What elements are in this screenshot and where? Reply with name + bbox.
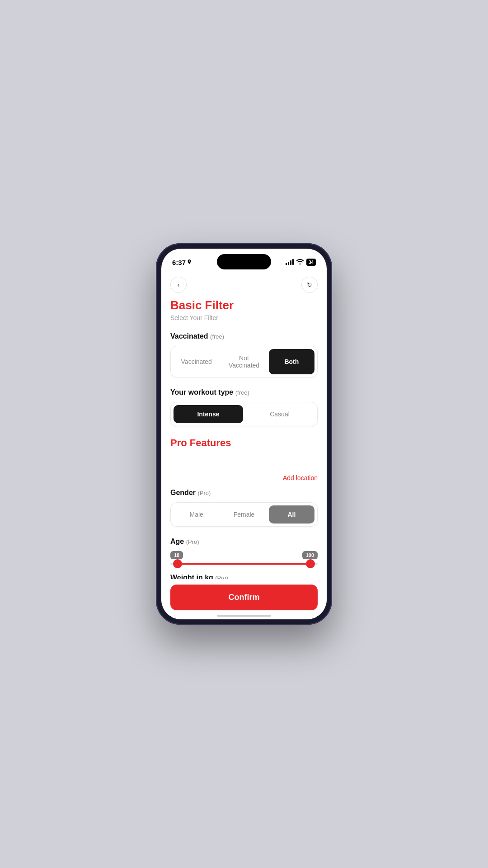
dynamic-island bbox=[217, 254, 271, 269]
gender-option-male[interactable]: Male bbox=[174, 505, 219, 524]
content-area: Basic Filter Select Your Filter Vaccinat… bbox=[161, 298, 327, 619]
vaccinated-label: Vaccinated (free) bbox=[170, 332, 318, 340]
pro-features-title: Pro Features bbox=[170, 437, 318, 449]
refresh-button[interactable]: ↻ bbox=[301, 277, 318, 293]
add-location-button[interactable]: Add location bbox=[170, 474, 318, 481]
workout-toggle-group: Intense Casual bbox=[170, 402, 318, 426]
page-title: Basic Filter bbox=[170, 298, 318, 312]
vaccinated-option-vaccinated[interactable]: Vaccinated bbox=[174, 349, 219, 374]
page-subtitle: Select Your Filter bbox=[170, 314, 318, 321]
wifi-svg bbox=[296, 259, 304, 264]
confirm-bar: Confirm bbox=[161, 579, 327, 619]
nav-bar: ‹ ↻ bbox=[161, 273, 327, 298]
age-slider-fill bbox=[178, 563, 310, 565]
confirm-button[interactable]: Confirm bbox=[170, 585, 318, 610]
battery-icon: 34 bbox=[306, 259, 316, 266]
workout-option-casual[interactable]: Casual bbox=[245, 405, 314, 423]
gender-toggle-group: Male Female All bbox=[170, 502, 318, 527]
workout-type-label: Your workout type (free) bbox=[170, 388, 318, 396]
phone-screen: 6:37 bbox=[161, 249, 327, 619]
vaccinated-option-both[interactable]: Both bbox=[269, 349, 314, 374]
home-indicator bbox=[217, 615, 271, 617]
gender-label: Gender (Pro) bbox=[170, 489, 318, 497]
wifi-icon bbox=[296, 259, 304, 266]
back-button[interactable]: ‹ bbox=[170, 277, 187, 293]
vaccinated-toggle-group: Vaccinated Not Vaccinated Both bbox=[170, 346, 318, 377]
spacer bbox=[170, 456, 318, 474]
workout-option-intense[interactable]: Intense bbox=[174, 405, 243, 423]
location-icon bbox=[187, 259, 192, 265]
age-max-bubble: 100 bbox=[302, 551, 318, 559]
status-time: 6:37 bbox=[172, 259, 192, 266]
age-labels: 18 100 bbox=[170, 551, 318, 559]
age-slider-thumb-min[interactable] bbox=[173, 559, 182, 568]
refresh-icon: ↻ bbox=[307, 281, 312, 288]
phone-frame: 6:37 bbox=[156, 243, 332, 625]
back-icon: ‹ bbox=[178, 281, 180, 288]
age-label: Age (Pro) bbox=[170, 538, 318, 546]
age-slider-container: 18 100 bbox=[170, 551, 318, 565]
age-min-bubble: 18 bbox=[170, 551, 183, 559]
age-slider-thumb-max[interactable] bbox=[306, 559, 315, 568]
gender-option-female[interactable]: Female bbox=[221, 505, 267, 524]
age-slider-track bbox=[170, 563, 318, 565]
status-icons: 34 bbox=[286, 259, 316, 266]
signal-bars bbox=[286, 259, 294, 265]
vaccinated-option-not-vaccinated[interactable]: Not Vaccinated bbox=[221, 349, 267, 374]
gender-option-all[interactable]: All bbox=[269, 505, 314, 524]
